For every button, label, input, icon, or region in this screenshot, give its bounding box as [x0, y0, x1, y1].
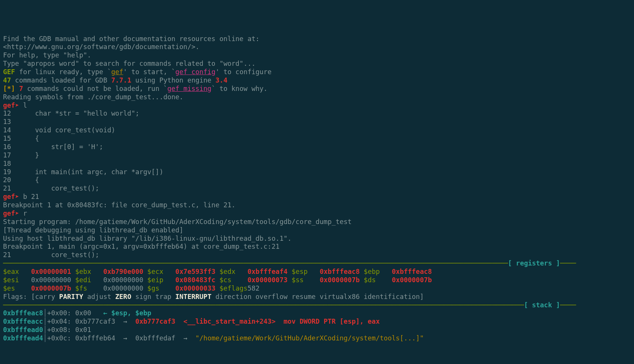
- stack-row-1: 0xbfffeacc│+0x04: 0xb777caf3 → 0xb777caf…: [3, 318, 631, 326]
- stack-addr: 0xbfffeacc: [3, 318, 43, 325]
- intro-line: Find the GDB manual and other documentat…: [3, 35, 631, 43]
- registers-row-2: $esi 0x00000000 $edi 0x00000000 $eip 0x0…: [3, 276, 631, 285]
- source-line: 20 {: [3, 176, 631, 184]
- warning-marker: [*]: [3, 85, 15, 92]
- source-line: 13: [3, 118, 631, 126]
- intro-line: <http://www.gnu.org/software/gdb/documen…: [3, 43, 631, 51]
- reg-name: $esi: [3, 276, 31, 284]
- reg-name: $eip: [147, 276, 175, 284]
- missing-line: [*] 7 commands could not be loaded, run …: [3, 85, 631, 93]
- thread-debug-line: [Thread debugging using libthread_db ena…: [3, 226, 631, 235]
- section-header-stack: [ stack ]: [524, 301, 560, 309]
- divider-icon: │: [43, 334, 47, 342]
- source-line: 21 core_test();: [3, 184, 631, 193]
- source-line: 15 {: [3, 135, 631, 143]
- registers-row-3: $es 0x0000007b $fs 0x00000000 $gs 0x0000…: [3, 285, 631, 293]
- stack-row-3: 0xbfffead4│+0x0c: 0xbfffeb64 → 0xbfffeda…: [3, 334, 631, 343]
- flags-line: Flags: [carry PARITY adjust ZERO sign tr…: [3, 293, 631, 301]
- prompt-arrow-icon: ➤: [15, 193, 19, 200]
- source-line: 12 char *str = "hello world";: [3, 110, 631, 118]
- source-line: 19 int main(int argc, char *argv[]): [3, 168, 631, 176]
- stack-row-2: 0xbfffead0│+0x08: 0x01: [3, 326, 631, 334]
- using-lib-line: Using host libthread_db library "/lib/i3…: [3, 235, 631, 243]
- stack-string: "/home/gatieme/Work/GitHub/AderXCoding/s…: [195, 334, 424, 342]
- reg-value: 0x7e593ff3: [175, 268, 219, 275]
- flag-zero: ZERO: [115, 293, 131, 300]
- reg-name: $esp: [292, 268, 320, 275]
- stack-asm: mov DWORD PTR [esp], eax: [284, 318, 380, 325]
- reg-name: $eflags: [219, 285, 248, 292]
- divider-icon: │: [43, 318, 47, 325]
- prompt-line: gef➤ r: [3, 210, 631, 218]
- stack-row-0: 0xbfffeac8│+0x00: 0x00 ← $esp, $ebp: [3, 309, 631, 318]
- hr-line: ────: [560, 259, 576, 267]
- reg-value: 582: [248, 285, 260, 292]
- prompt-input[interactable]: l: [19, 102, 27, 109]
- reg-value: 0x00000000: [31, 276, 75, 284]
- prompt-line: gef➤ l: [3, 102, 631, 110]
- stack-header: ────────────────────────────────────────…: [3, 301, 631, 310]
- terminal-output[interactable]: Find the GDB manual and other documentat…: [3, 35, 631, 343]
- reg-name: $edi: [75, 276, 103, 284]
- prompt-arrow-icon: ➤: [15, 102, 19, 109]
- reg-name: $ebx: [75, 268, 103, 275]
- reg-value: 0x00000001: [31, 268, 75, 275]
- section-header-registers: [ registers ]: [508, 259, 560, 267]
- stack-symbol: <__libc_start_main+243>: [183, 318, 275, 325]
- reg-name: $edx: [219, 268, 248, 275]
- prompt-gef: gef: [3, 210, 15, 217]
- prompt-input[interactable]: b 21: [19, 193, 39, 200]
- registers-header: ────────────────────────────────────────…: [3, 259, 631, 268]
- gef-label: GEF: [3, 68, 15, 76]
- registers-row-1: $eax 0x00000001 $ebx 0xb790e000 $ecx 0x7…: [3, 268, 631, 276]
- hr-line: ────────────────────────────────────────…: [3, 301, 524, 309]
- reg-name: $eax: [3, 268, 31, 275]
- stack-deref: 0xb777caf3: [135, 318, 175, 325]
- gef-cmd: gef: [111, 68, 123, 76]
- reg-value: 0xb790e000: [103, 268, 147, 275]
- prompt-arrow-icon: ➤: [15, 210, 19, 217]
- divider-icon: │: [43, 309, 47, 317]
- reg-value: 0x00000000: [103, 285, 147, 292]
- missing-count: 7: [19, 85, 23, 92]
- loaded-count: 47: [3, 76, 11, 84]
- stack-addr: 0xbfffead0: [3, 326, 43, 334]
- prompt-gef: gef: [3, 193, 15, 200]
- reg-value: 0x00000033: [175, 285, 219, 292]
- python-version: 3.4: [215, 76, 227, 84]
- reg-name: $ebp: [364, 268, 392, 275]
- hr-line: ────────────────────────────────────────…: [3, 259, 508, 267]
- source-line: 17 }: [3, 151, 631, 160]
- reg-value: 0x0000007b: [31, 285, 75, 292]
- reg-value: 0x080483fc: [175, 276, 219, 284]
- prompt-input[interactable]: r: [19, 210, 27, 217]
- arrow-right-icon: →: [123, 318, 127, 325]
- divider-icon: │: [43, 326, 47, 334]
- reg-name: $ss: [292, 276, 320, 284]
- starting-program-line: Starting program: /home/gatieme/Work/Git…: [3, 218, 631, 226]
- reg-name: $ds: [364, 276, 392, 284]
- reg-name: $gs: [147, 285, 175, 292]
- reg-value: 0x0000007b: [319, 276, 364, 284]
- breakpoint-set-line: Breakpoint 1 at 0x80483fc: file core_dum…: [3, 201, 631, 210]
- reading-symbols-line: Reading symbols from ./core_dump_test...…: [3, 93, 631, 102]
- source-line: 16 str[0] = 'H';: [3, 143, 631, 151]
- reg-value: 0x0000007b: [392, 276, 432, 284]
- gef-ready-line: GEF for linux ready, type `gef' to start…: [3, 68, 631, 76]
- arrow-right-icon: →: [183, 334, 187, 342]
- breakpoint-hit-line: Breakpoint 1, main (argc=0x1, argv=0xbff…: [3, 243, 631, 251]
- gdb-version: 7.7.1: [111, 76, 131, 84]
- loaded-line: 47 commands loaded for GDB 7.7.1 using P…: [3, 76, 631, 85]
- prompt-line: gef➤ b 21: [3, 193, 631, 201]
- flag-parity: PARITY: [59, 293, 83, 300]
- arrow-right-icon: →: [123, 334, 127, 342]
- reg-name: $es: [3, 285, 31, 292]
- source-line: 18: [3, 160, 631, 168]
- reg-name: $fs: [75, 285, 103, 292]
- stack-annot: $esp, $ebp: [111, 309, 151, 317]
- intro-line: For help, type "help".: [3, 51, 631, 60]
- hr-line: ────: [560, 301, 576, 309]
- gef-config-cmd: gef config: [175, 68, 215, 76]
- reg-value: 0xbfffeac8: [319, 268, 364, 275]
- breakpoint-src-line: 21 core_test();: [3, 251, 631, 259]
